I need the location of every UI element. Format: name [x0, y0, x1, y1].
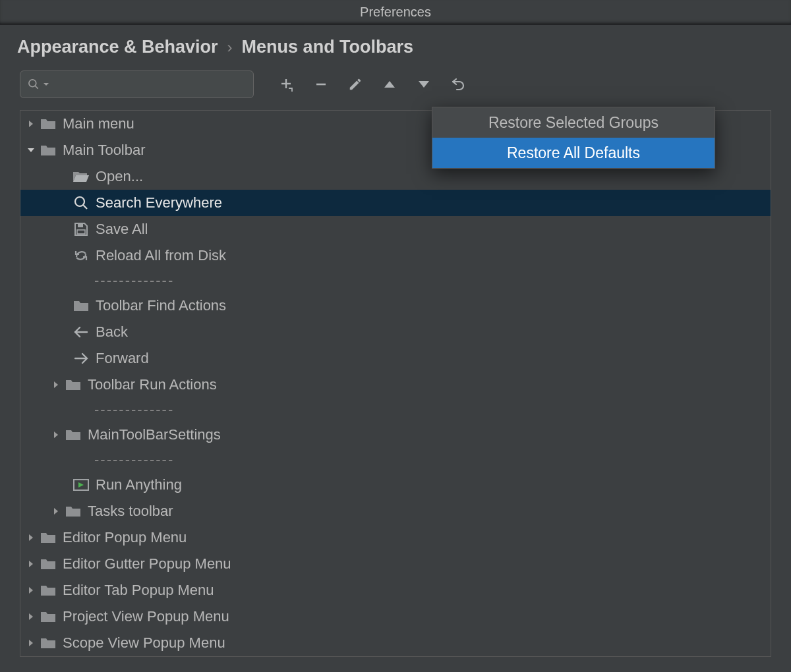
edit-button[interactable]	[339, 70, 371, 98]
arrow-left-icon	[72, 323, 90, 341]
svg-point-5	[75, 197, 84, 206]
remove-button[interactable]	[305, 70, 337, 98]
collapse-arrow-icon[interactable]	[23, 142, 39, 158]
move-up-button[interactable]	[374, 70, 405, 98]
tree-item-label: Back	[96, 323, 128, 341]
tree-item-label: Editor Tab Popup Menu	[63, 582, 214, 599]
tree-item-label: Toolbar Run Actions	[88, 376, 217, 393]
dropdown-caret-icon	[43, 81, 49, 88]
pencil-icon	[348, 77, 363, 92]
reload-icon	[72, 246, 90, 265]
tree-item-forward[interactable]: Forward	[20, 345, 771, 372]
folder-icon	[39, 528, 57, 547]
tree-item-label: Editor Popup Menu	[63, 529, 187, 546]
titlebar: Preferences	[0, 0, 791, 25]
expand-arrow-icon[interactable]	[48, 377, 64, 393]
expand-arrow-icon[interactable]	[23, 635, 39, 651]
restore-button[interactable]	[442, 70, 474, 98]
popup-item-label: Restore Selected Groups	[488, 114, 659, 132]
tree-item-run-anything[interactable]: Run Anything	[20, 472, 771, 498]
breadcrumb-page: Menus and Toolbars	[242, 37, 414, 57]
arrow-right-icon	[72, 349, 90, 368]
expand-arrow-icon[interactable]	[23, 556, 39, 572]
tree-separator: -------------	[20, 448, 771, 472]
folder-icon	[64, 502, 82, 520]
tree-item-label: Search Everywhere	[96, 194, 222, 211]
folder-icon	[72, 296, 90, 315]
tree-separator: -------------	[20, 269, 771, 293]
tree-item-editor-tab-popup[interactable]: Editor Tab Popup Menu	[20, 577, 771, 603]
menu-tree[interactable]: Main menu Main Toolbar Open... Search Ev…	[20, 110, 771, 657]
tree-item-maintoolbarsettings[interactable]: MainToolBarSettings	[20, 422, 771, 448]
folder-icon	[39, 634, 57, 652]
folder-icon	[39, 115, 57, 133]
expand-arrow-icon[interactable]	[23, 582, 39, 598]
folder-icon	[39, 555, 57, 573]
triangle-up-icon	[382, 80, 397, 89]
folder-icon	[64, 426, 82, 444]
minus-icon	[314, 77, 328, 92]
tree-item-label: Main menu	[63, 115, 134, 132]
tree-separator: -------------	[20, 398, 771, 422]
tree-item-label: Save All	[96, 221, 148, 238]
open-folder-icon	[72, 167, 90, 186]
tree-item-label: MainToolBarSettings	[88, 426, 221, 443]
tree-item-run-actions[interactable]: Toolbar Run Actions	[20, 372, 771, 398]
move-down-button[interactable]	[408, 70, 440, 98]
tree-item-scope-view-popup[interactable]: Scope View Popup Menu	[20, 630, 771, 656]
tree-item-search-everywhere[interactable]: Search Everywhere	[20, 190, 771, 216]
expand-arrow-icon[interactable]	[48, 427, 64, 443]
tree-item-editor-popup[interactable]: Editor Popup Menu	[20, 524, 771, 551]
tree-item-tasks-toolbar[interactable]: Tasks toolbar	[20, 498, 771, 524]
tree-item-editor-gutter-popup[interactable]: Editor Gutter Popup Menu	[20, 551, 771, 577]
tree-item-label: Scope View Popup Menu	[63, 634, 225, 652]
plus-icon	[279, 76, 295, 92]
save-icon	[72, 220, 90, 238]
popup-item-restore-selected[interactable]: Restore Selected Groups	[432, 107, 715, 138]
tree-item-label: Open...	[96, 168, 143, 185]
breadcrumb: Appearance & Behavior › Menus and Toolba…	[0, 25, 791, 65]
tree-item-label: Main Toolbar	[63, 142, 146, 159]
tree-item-find-actions[interactable]: Toolbar Find Actions	[20, 293, 771, 319]
tree-item-label: Editor Gutter Popup Menu	[63, 555, 231, 573]
popup-item-label: Restore All Defaults	[507, 144, 640, 162]
tree-item-label: Run Anything	[96, 476, 182, 493]
search-icon	[27, 78, 40, 91]
svg-point-0	[29, 80, 36, 87]
tree-item-reload-all[interactable]: Reload All from Disk	[20, 242, 771, 269]
svg-rect-8	[77, 230, 85, 234]
tree-item-label: Tasks toolbar	[88, 503, 173, 520]
folder-icon	[39, 141, 57, 159]
folder-icon	[39, 581, 57, 600]
tree-item-save-all[interactable]: Save All	[20, 216, 771, 242]
svg-line-6	[84, 206, 88, 210]
popup-item-restore-all[interactable]: Restore All Defaults	[432, 138, 715, 168]
window-title: Preferences	[360, 5, 431, 20]
chevron-right-icon: ›	[227, 38, 233, 57]
add-button[interactable]	[271, 70, 303, 98]
svg-rect-7	[78, 224, 83, 227]
search-icon	[72, 194, 90, 212]
tree-item-back[interactable]: Back	[20, 319, 771, 345]
expand-arrow-icon[interactable]	[48, 503, 64, 519]
expand-arrow-icon[interactable]	[23, 609, 39, 625]
search-input[interactable]	[52, 78, 247, 92]
undo-icon	[450, 76, 466, 92]
triangle-down-icon	[417, 80, 431, 89]
tree-item-label: Forward	[96, 350, 149, 367]
tree-item-label: Reload All from Disk	[96, 247, 226, 264]
restore-popup: Restore Selected Groups Restore All Defa…	[432, 107, 715, 169]
svg-line-1	[36, 86, 38, 89]
folder-icon	[64, 376, 82, 394]
run-anything-icon	[72, 476, 90, 494]
expand-arrow-icon[interactable]	[23, 116, 39, 132]
expand-arrow-icon[interactable]	[23, 530, 39, 546]
tree-item-label: Project View Popup Menu	[63, 608, 229, 625]
folder-icon	[39, 607, 57, 626]
breadcrumb-category[interactable]: Appearance & Behavior	[17, 37, 218, 57]
tree-item-label: Toolbar Find Actions	[96, 297, 226, 314]
tree-item-project-view-popup[interactable]: Project View Popup Menu	[20, 603, 771, 630]
search-box[interactable]	[20, 70, 254, 98]
toolbar	[0, 65, 791, 107]
